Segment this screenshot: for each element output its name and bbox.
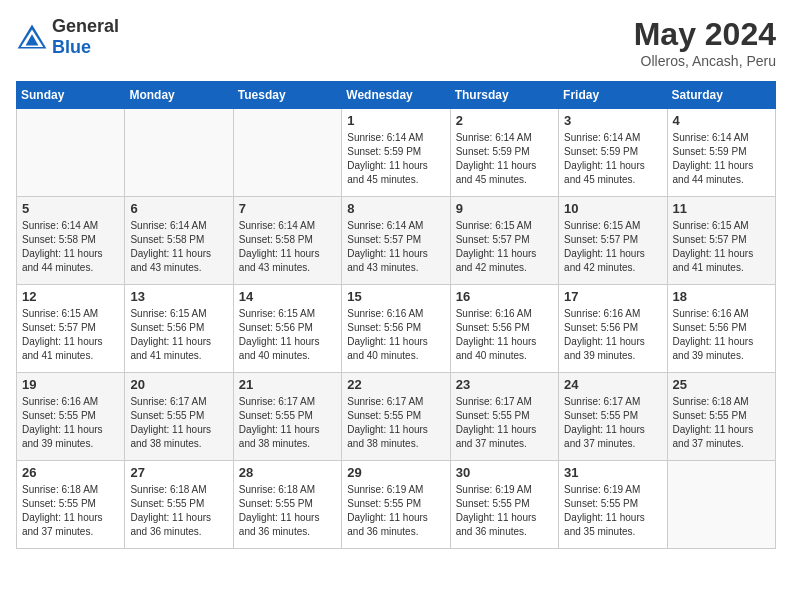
calendar-cell: 1Sunrise: 6:14 AM Sunset: 5:59 PM Daylig… (342, 109, 450, 197)
day-number: 28 (239, 465, 336, 480)
day-number: 26 (22, 465, 119, 480)
calendar-cell: 12Sunrise: 6:15 AM Sunset: 5:57 PM Dayli… (17, 285, 125, 373)
calendar-cell: 8Sunrise: 6:14 AM Sunset: 5:57 PM Daylig… (342, 197, 450, 285)
cell-info: Sunrise: 6:16 AM Sunset: 5:56 PM Dayligh… (456, 307, 553, 363)
day-number: 7 (239, 201, 336, 216)
day-number: 27 (130, 465, 227, 480)
column-header-sunday: Sunday (17, 82, 125, 109)
cell-info: Sunrise: 6:14 AM Sunset: 5:59 PM Dayligh… (673, 131, 770, 187)
cell-info: Sunrise: 6:17 AM Sunset: 5:55 PM Dayligh… (564, 395, 661, 451)
calendar-cell: 27Sunrise: 6:18 AM Sunset: 5:55 PM Dayli… (125, 461, 233, 549)
cell-info: Sunrise: 6:19 AM Sunset: 5:55 PM Dayligh… (564, 483, 661, 539)
day-number: 20 (130, 377, 227, 392)
day-number: 14 (239, 289, 336, 304)
cell-info: Sunrise: 6:18 AM Sunset: 5:55 PM Dayligh… (239, 483, 336, 539)
day-number: 21 (239, 377, 336, 392)
calendar-cell: 21Sunrise: 6:17 AM Sunset: 5:55 PM Dayli… (233, 373, 341, 461)
column-header-wednesday: Wednesday (342, 82, 450, 109)
day-number: 19 (22, 377, 119, 392)
column-header-tuesday: Tuesday (233, 82, 341, 109)
cell-info: Sunrise: 6:17 AM Sunset: 5:55 PM Dayligh… (347, 395, 444, 451)
day-number: 30 (456, 465, 553, 480)
week-row-4: 19Sunrise: 6:16 AM Sunset: 5:55 PM Dayli… (17, 373, 776, 461)
cell-info: Sunrise: 6:17 AM Sunset: 5:55 PM Dayligh… (130, 395, 227, 451)
cell-info: Sunrise: 6:15 AM Sunset: 5:57 PM Dayligh… (564, 219, 661, 275)
day-number: 18 (673, 289, 770, 304)
cell-info: Sunrise: 6:18 AM Sunset: 5:55 PM Dayligh… (130, 483, 227, 539)
logo-icon (16, 23, 48, 51)
column-header-saturday: Saturday (667, 82, 775, 109)
day-number: 1 (347, 113, 444, 128)
logo-general: General (52, 16, 119, 36)
calendar-location: Olleros, Ancash, Peru (634, 53, 776, 69)
calendar-cell: 5Sunrise: 6:14 AM Sunset: 5:58 PM Daylig… (17, 197, 125, 285)
calendar-cell: 18Sunrise: 6:16 AM Sunset: 5:56 PM Dayli… (667, 285, 775, 373)
calendar-title: May 2024 (634, 16, 776, 53)
cell-info: Sunrise: 6:14 AM Sunset: 5:58 PM Dayligh… (130, 219, 227, 275)
calendar-cell: 24Sunrise: 6:17 AM Sunset: 5:55 PM Dayli… (559, 373, 667, 461)
cell-info: Sunrise: 6:16 AM Sunset: 5:56 PM Dayligh… (564, 307, 661, 363)
calendar-cell: 16Sunrise: 6:16 AM Sunset: 5:56 PM Dayli… (450, 285, 558, 373)
cell-info: Sunrise: 6:15 AM Sunset: 5:57 PM Dayligh… (673, 219, 770, 275)
day-number: 5 (22, 201, 119, 216)
calendar-cell: 17Sunrise: 6:16 AM Sunset: 5:56 PM Dayli… (559, 285, 667, 373)
cell-info: Sunrise: 6:14 AM Sunset: 5:58 PM Dayligh… (22, 219, 119, 275)
calendar-cell: 4Sunrise: 6:14 AM Sunset: 5:59 PM Daylig… (667, 109, 775, 197)
calendar-cell: 15Sunrise: 6:16 AM Sunset: 5:56 PM Dayli… (342, 285, 450, 373)
day-number: 16 (456, 289, 553, 304)
calendar-cell: 23Sunrise: 6:17 AM Sunset: 5:55 PM Dayli… (450, 373, 558, 461)
cell-info: Sunrise: 6:14 AM Sunset: 5:59 PM Dayligh… (564, 131, 661, 187)
cell-info: Sunrise: 6:19 AM Sunset: 5:55 PM Dayligh… (456, 483, 553, 539)
calendar-cell: 20Sunrise: 6:17 AM Sunset: 5:55 PM Dayli… (125, 373, 233, 461)
calendar-cell: 9Sunrise: 6:15 AM Sunset: 5:57 PM Daylig… (450, 197, 558, 285)
calendar-cell: 25Sunrise: 6:18 AM Sunset: 5:55 PM Dayli… (667, 373, 775, 461)
calendar-cell: 29Sunrise: 6:19 AM Sunset: 5:55 PM Dayli… (342, 461, 450, 549)
calendar-cell: 28Sunrise: 6:18 AM Sunset: 5:55 PM Dayli… (233, 461, 341, 549)
day-number: 12 (22, 289, 119, 304)
day-number: 31 (564, 465, 661, 480)
day-number: 9 (456, 201, 553, 216)
cell-info: Sunrise: 6:16 AM Sunset: 5:56 PM Dayligh… (347, 307, 444, 363)
cell-info: Sunrise: 6:15 AM Sunset: 5:57 PM Dayligh… (456, 219, 553, 275)
day-number: 24 (564, 377, 661, 392)
day-number: 15 (347, 289, 444, 304)
calendar-cell: 6Sunrise: 6:14 AM Sunset: 5:58 PM Daylig… (125, 197, 233, 285)
calendar-cell: 13Sunrise: 6:15 AM Sunset: 5:56 PM Dayli… (125, 285, 233, 373)
calendar-cell: 11Sunrise: 6:15 AM Sunset: 5:57 PM Dayli… (667, 197, 775, 285)
day-number: 29 (347, 465, 444, 480)
page-header: General Blue May 2024 Olleros, Ancash, P… (16, 16, 776, 69)
cell-info: Sunrise: 6:14 AM Sunset: 5:59 PM Dayligh… (456, 131, 553, 187)
day-number: 3 (564, 113, 661, 128)
calendar-cell: 31Sunrise: 6:19 AM Sunset: 5:55 PM Dayli… (559, 461, 667, 549)
cell-info: Sunrise: 6:17 AM Sunset: 5:55 PM Dayligh… (456, 395, 553, 451)
cell-info: Sunrise: 6:15 AM Sunset: 5:57 PM Dayligh… (22, 307, 119, 363)
day-number: 25 (673, 377, 770, 392)
cell-info: Sunrise: 6:14 AM Sunset: 5:59 PM Dayligh… (347, 131, 444, 187)
day-number: 2 (456, 113, 553, 128)
calendar-cell: 30Sunrise: 6:19 AM Sunset: 5:55 PM Dayli… (450, 461, 558, 549)
logo-blue: Blue (52, 37, 91, 57)
week-row-2: 5Sunrise: 6:14 AM Sunset: 5:58 PM Daylig… (17, 197, 776, 285)
calendar-cell: 3Sunrise: 6:14 AM Sunset: 5:59 PM Daylig… (559, 109, 667, 197)
calendar-cell: 14Sunrise: 6:15 AM Sunset: 5:56 PM Dayli… (233, 285, 341, 373)
day-number: 10 (564, 201, 661, 216)
week-row-5: 26Sunrise: 6:18 AM Sunset: 5:55 PM Dayli… (17, 461, 776, 549)
day-number: 23 (456, 377, 553, 392)
column-header-monday: Monday (125, 82, 233, 109)
day-number: 22 (347, 377, 444, 392)
cell-info: Sunrise: 6:15 AM Sunset: 5:56 PM Dayligh… (130, 307, 227, 363)
header-row: SundayMondayTuesdayWednesdayThursdayFrid… (17, 82, 776, 109)
day-number: 11 (673, 201, 770, 216)
calendar-cell: 22Sunrise: 6:17 AM Sunset: 5:55 PM Dayli… (342, 373, 450, 461)
day-number: 4 (673, 113, 770, 128)
cell-info: Sunrise: 6:14 AM Sunset: 5:58 PM Dayligh… (239, 219, 336, 275)
cell-info: Sunrise: 6:16 AM Sunset: 5:55 PM Dayligh… (22, 395, 119, 451)
cell-info: Sunrise: 6:14 AM Sunset: 5:57 PM Dayligh… (347, 219, 444, 275)
column-header-thursday: Thursday (450, 82, 558, 109)
calendar-cell (125, 109, 233, 197)
calendar-cell (667, 461, 775, 549)
cell-info: Sunrise: 6:18 AM Sunset: 5:55 PM Dayligh… (673, 395, 770, 451)
day-number: 8 (347, 201, 444, 216)
cell-info: Sunrise: 6:17 AM Sunset: 5:55 PM Dayligh… (239, 395, 336, 451)
week-row-3: 12Sunrise: 6:15 AM Sunset: 5:57 PM Dayli… (17, 285, 776, 373)
